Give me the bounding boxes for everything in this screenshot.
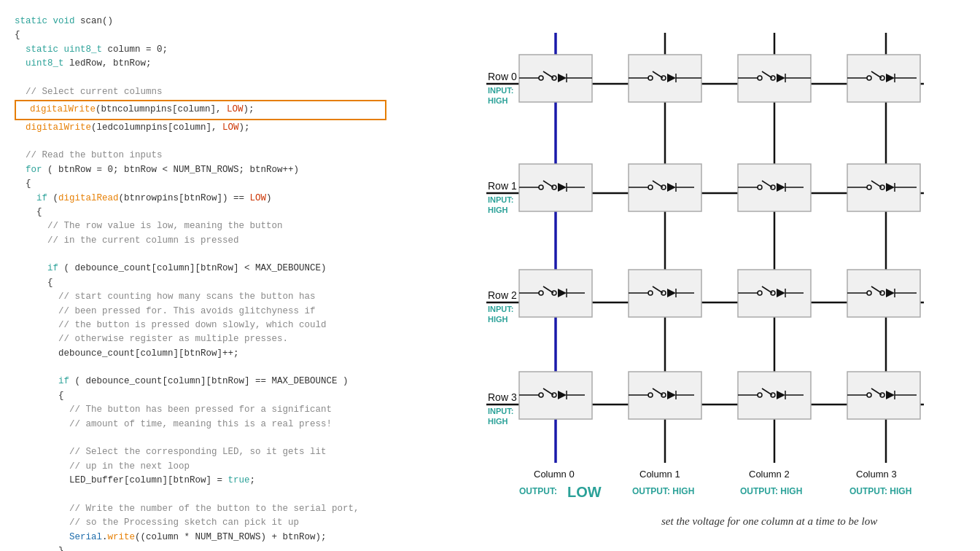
code-line: // otherwise register as multiple presse…: [15, 332, 386, 346]
col-3-label: Column 3: [856, 469, 897, 480]
col-0-label: Column 0: [534, 469, 575, 480]
code-line: for ( btnRow = 0; btnRow < NUM_BTN_ROWS;…: [15, 163, 386, 177]
row-1-label: Row 1: [488, 180, 517, 192]
diagram-caption: set the voltage for one column at a time…: [661, 515, 877, 527]
code-line: {: [15, 177, 386, 191]
code-line: digitalWrite(ledcolumnpins[column], LOW)…: [15, 121, 386, 135]
code-line: // the button is pressed down slowly, wh…: [15, 319, 386, 332]
circuit-svg: Row 0 Row 1 Row 2 Row 3 INPUT: HIGH INPU…: [435, 7, 946, 532]
code-line: static void scan(): [15, 15, 386, 28]
code-line: [15, 135, 386, 149]
code-panel: static void scan() { static uint8_t colu…: [0, 0, 394, 551]
code-line: static uint8_t column = 0;: [15, 43, 386, 57]
code-line: [15, 431, 386, 445]
circuit-diagram: Row 0 Row 1 Row 2 Row 3 INPUT: HIGH INPU…: [435, 7, 946, 532]
col-1-label: Column 1: [639, 469, 680, 480]
code-line: LED_buffer[column][btnRow] = true;: [15, 474, 386, 488]
code-line: // Select current columns: [15, 85, 386, 99]
code-line: // so the Processing sketch can pick it …: [15, 516, 386, 530]
code-line: {: [15, 206, 386, 219]
row-0-input: INPUT:: [488, 86, 513, 95]
col-2-label: Column 2: [749, 469, 790, 480]
code-line: // start counting how many scans the but…: [15, 290, 386, 304]
code-line: {: [15, 28, 386, 42]
code-line: if ( debounce_count[column][btnRow] == M…: [15, 375, 386, 388]
code-line: // in the current column is pressed: [15, 234, 386, 248]
code-line: // Write the number of the button to the…: [15, 502, 386, 516]
code-line: if (digitalRead(btnrowpins[btnRow]) == L…: [15, 192, 386, 206]
row-2-label: Row 2: [488, 289, 517, 301]
code-line: debounce_count[column][btnRow]++;: [15, 347, 386, 361]
diagram-panel: Row 0 Row 1 Row 2 Row 3 INPUT: HIGH INPU…: [394, 0, 980, 551]
code-line: [15, 361, 386, 375]
code-line: // amount of time, meaning this is a rea…: [15, 418, 386, 431]
row-1-input: INPUT:: [488, 195, 513, 204]
svg-text:HIGH: HIGH: [488, 96, 508, 105]
code-line-highlight: digitalWrite(btncolumnpins[column], LOW)…: [19, 103, 382, 117]
code-line: // Read the button inputs: [15, 149, 386, 163]
code-line: [15, 488, 386, 501]
col-1-output: OUTPUT: HIGH: [632, 486, 694, 496]
code-line: [15, 71, 386, 85]
col-0-output: OUTPUT:: [519, 486, 557, 496]
col-2-output: OUTPUT: HIGH: [740, 486, 802, 496]
col-0-output-low: LOW: [567, 484, 602, 500]
code-line: [15, 248, 386, 262]
code-line: Serial.write((column * NUM_BTN_ROWS) + b…: [15, 531, 386, 544]
col-3-output: OUTPUT: HIGH: [849, 486, 911, 496]
code-line: uint8_t ledRow, btnRow;: [15, 57, 386, 71]
code-line: // Select the corresponding LED, so it g…: [15, 445, 386, 459]
row-3-label: Row 3: [488, 391, 517, 403]
code-line: // The button has been pressed for a sig…: [15, 403, 386, 417]
code-line: if ( debounce_count[column][btnRow] < MA…: [15, 262, 386, 276]
row-2-input: INPUT:: [488, 305, 513, 313]
svg-text:HIGH: HIGH: [488, 206, 508, 214]
code-line: // up in the next loop: [15, 460, 386, 474]
row-0-label: Row 0: [488, 71, 517, 82]
code-line: {: [15, 389, 386, 403]
code-line: // been pressed for. This avoids glitchy…: [15, 305, 386, 319]
svg-text:HIGH: HIGH: [488, 315, 508, 324]
row-3-input: INPUT:: [488, 407, 513, 415]
code-line: // The row value is low, meaning the but…: [15, 219, 386, 233]
svg-text:HIGH: HIGH: [488, 417, 508, 426]
code-line: }: [15, 544, 386, 551]
code-line: {: [15, 276, 386, 290]
